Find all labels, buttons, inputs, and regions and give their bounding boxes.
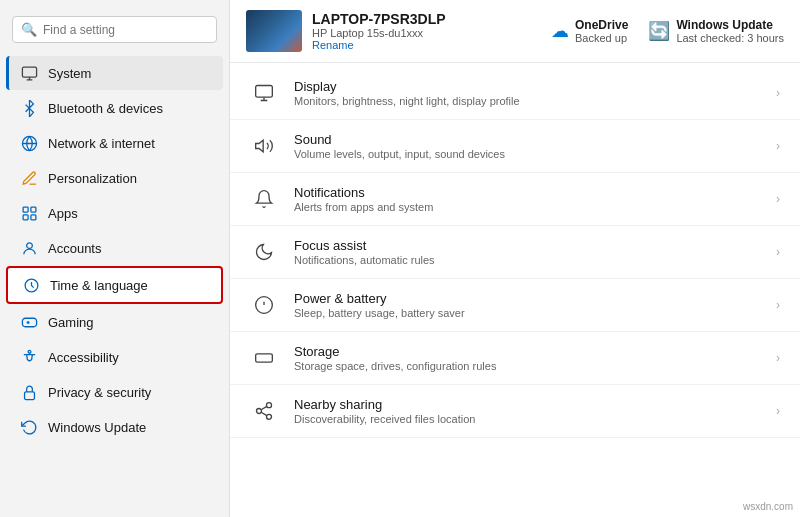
settings-item-text-notifications: NotificationsAlerts from apps and system [294, 185, 433, 213]
svg-marker-11 [256, 140, 263, 152]
power-battery-settings-icon [250, 291, 278, 319]
sidebar-item-gaming[interactable]: Gaming [6, 305, 223, 339]
settings-item-title-nearby-sharing: Nearby sharing [294, 397, 475, 412]
sidebar-item-bluetooth[interactable]: Bluetooth & devices [6, 91, 223, 125]
onedrive-text: OneDrive Backed up [575, 18, 628, 44]
windows-update-status: Last checked: 3 hours [676, 32, 784, 44]
device-rename-link[interactable]: Rename [312, 39, 446, 51]
privacy-icon [20, 383, 38, 401]
sidebar-item-time-language[interactable]: Time & language➔ [6, 266, 223, 304]
chevron-icon-focus-assist: › [776, 245, 780, 259]
settings-item-title-power-battery: Power & battery [294, 291, 465, 306]
windows-update-title: Windows Update [676, 18, 784, 32]
search-input[interactable] [43, 23, 208, 37]
sidebar-item-apps[interactable]: Apps [6, 196, 223, 230]
system-icon [20, 64, 38, 82]
sidebar-item-label-network: Network & internet [48, 136, 155, 151]
sidebar-item-label-windows-update: Windows Update [48, 420, 146, 435]
settings-item-desc-notifications: Alerts from apps and system [294, 201, 433, 213]
accounts-icon [20, 239, 38, 257]
settings-item-power-battery[interactable]: Power & batterySleep, battery usage, bat… [230, 279, 800, 332]
onedrive-status: Backed up [575, 32, 628, 44]
time-language-icon [22, 276, 40, 294]
personalization-icon [20, 169, 38, 187]
chevron-icon-sound: › [776, 139, 780, 153]
svg-rect-1 [23, 207, 28, 212]
chevron-icon-display: › [776, 86, 780, 100]
chevron-icon-notifications: › [776, 192, 780, 206]
settings-item-desc-storage: Storage space, drives, configuration rul… [294, 360, 496, 372]
network-icon [20, 134, 38, 152]
svg-rect-2 [30, 207, 35, 212]
sidebar-item-label-personalization: Personalization [48, 171, 137, 186]
sidebar-nav: SystemBluetooth & devicesNetwork & inter… [0, 55, 229, 445]
chevron-icon-nearby-sharing: › [776, 404, 780, 418]
sidebar-item-accounts[interactable]: Accounts [6, 231, 223, 265]
search-box[interactable]: 🔍 [12, 16, 217, 43]
windows-update-icon [20, 418, 38, 436]
windows-update-icon: 🔄 [648, 20, 670, 42]
settings-item-text-nearby-sharing: Nearby sharingDiscoverability, received … [294, 397, 475, 425]
settings-item-title-display: Display [294, 79, 520, 94]
sidebar-item-label-gaming: Gaming [48, 315, 94, 330]
sidebar-item-label-apps: Apps [48, 206, 78, 221]
sidebar-item-accessibility[interactable]: Accessibility [6, 340, 223, 374]
main-content: LAPTOP-7PSR3DLP HP Laptop 15s-du1xxx Ren… [230, 0, 800, 517]
chevron-icon-power-battery: › [776, 298, 780, 312]
settings-item-desc-display: Monitors, brightness, night light, displ… [294, 95, 520, 107]
sidebar-item-label-time-language: Time & language [50, 278, 148, 293]
bluetooth-icon [20, 99, 38, 117]
sidebar-item-label-accessibility: Accessibility [48, 350, 119, 365]
settings-window: 🔍 SystemBluetooth & devicesNetwork & int… [0, 0, 800, 517]
settings-item-sound[interactable]: SoundVolume levels, output, input, sound… [230, 120, 800, 173]
device-text: LAPTOP-7PSR3DLP HP Laptop 15s-du1xxx Ren… [312, 11, 446, 51]
sidebar-item-personalization[interactable]: Personalization [6, 161, 223, 195]
svg-point-16 [267, 414, 272, 419]
onedrive-action[interactable]: ☁ OneDrive Backed up [551, 18, 628, 44]
onedrive-title: OneDrive [575, 18, 628, 32]
top-bar-actions: ☁ OneDrive Backed up 🔄 Windows Update La… [551, 18, 784, 44]
settings-item-focus-assist[interactable]: Focus assistNotifications, automatic rul… [230, 226, 800, 279]
notifications-settings-icon [250, 185, 278, 213]
sidebar-item-network[interactable]: Network & internet [6, 126, 223, 160]
device-info: LAPTOP-7PSR3DLP HP Laptop 15s-du1xxx Ren… [246, 10, 446, 52]
sidebar-item-label-accounts: Accounts [48, 241, 101, 256]
sidebar-item-label-system: System [48, 66, 91, 81]
top-bar: LAPTOP-7PSR3DLP HP Laptop 15s-du1xxx Ren… [230, 0, 800, 63]
windows-update-action[interactable]: 🔄 Windows Update Last checked: 3 hours [648, 18, 784, 44]
settings-item-nearby-sharing[interactable]: Nearby sharingDiscoverability, received … [230, 385, 800, 438]
svg-rect-4 [30, 214, 35, 219]
svg-rect-10 [256, 86, 273, 98]
windows-update-text: Windows Update Last checked: 3 hours [676, 18, 784, 44]
nearby-sharing-settings-icon [250, 397, 278, 425]
gaming-icon [20, 313, 38, 331]
settings-item-text-power-battery: Power & batterySleep, battery usage, bat… [294, 291, 465, 319]
device-model: HP Laptop 15s-du1xxx [312, 27, 446, 39]
chevron-icon-storage: › [776, 351, 780, 365]
settings-item-title-sound: Sound [294, 132, 505, 147]
sidebar-item-windows-update[interactable]: Windows Update [6, 410, 223, 444]
settings-item-desc-nearby-sharing: Discoverability, received files location [294, 413, 475, 425]
settings-item-desc-power-battery: Sleep, battery usage, battery saver [294, 307, 465, 319]
device-name: LAPTOP-7PSR3DLP [312, 11, 446, 27]
settings-item-desc-sound: Volume levels, output, input, sound devi… [294, 148, 505, 160]
svg-point-5 [26, 242, 32, 248]
settings-item-notifications[interactable]: NotificationsAlerts from apps and system… [230, 173, 800, 226]
watermark: wsxdn.com [740, 500, 796, 513]
settings-item-storage[interactable]: StorageStorage space, drives, configurat… [230, 332, 800, 385]
svg-rect-13 [256, 354, 273, 362]
sidebar-item-label-bluetooth: Bluetooth & devices [48, 101, 163, 116]
settings-list: DisplayMonitors, brightness, night light… [230, 63, 800, 517]
svg-rect-0 [22, 67, 36, 77]
sidebar-item-label-privacy: Privacy & security [48, 385, 151, 400]
sidebar-item-system[interactable]: System [6, 56, 223, 90]
sound-settings-icon [250, 132, 278, 160]
settings-item-display[interactable]: DisplayMonitors, brightness, night light… [230, 67, 800, 120]
settings-item-text-sound: SoundVolume levels, output, input, sound… [294, 132, 505, 160]
svg-rect-3 [23, 214, 28, 219]
sidebar-item-privacy[interactable]: Privacy & security [6, 375, 223, 409]
apps-icon [20, 204, 38, 222]
settings-item-text-focus-assist: Focus assistNotifications, automatic rul… [294, 238, 435, 266]
device-thumbnail [246, 10, 302, 52]
search-icon: 🔍 [21, 22, 37, 37]
